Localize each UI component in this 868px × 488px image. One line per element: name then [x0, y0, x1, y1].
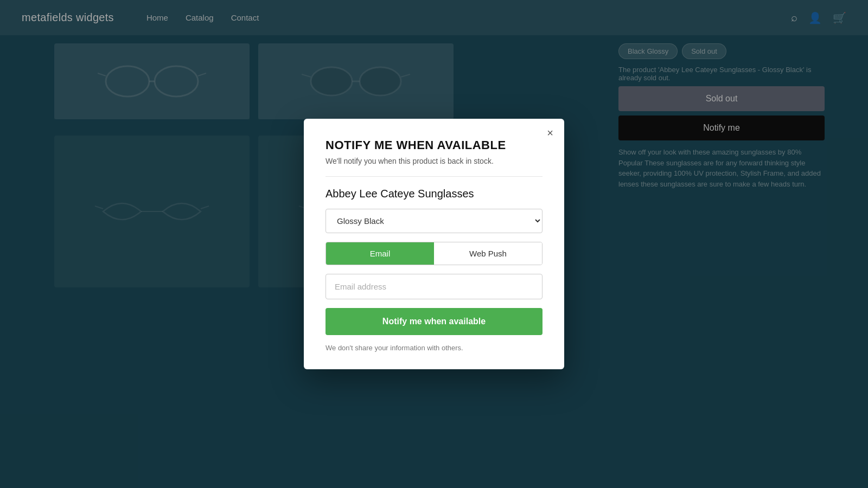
notification-type-tabs: Email Web Push — [326, 242, 542, 265]
variant-select[interactable]: Glossy Black Black Matte Tortoise Shell — [326, 209, 542, 233]
modal-product-name: Abbey Lee Cateye Sunglasses — [326, 188, 542, 200]
modal-subtitle: We'll notify you when this product is ba… — [326, 157, 542, 165]
tab-email[interactable]: Email — [326, 242, 434, 265]
close-button[interactable]: × — [547, 127, 553, 138]
notify-when-available-button[interactable]: Notify me when available — [326, 308, 542, 335]
email-input[interactable] — [326, 274, 542, 299]
notify-modal: × NOTIFY ME WHEN AVAILABLE We'll notify … — [304, 119, 564, 369]
privacy-note: We don't share your information with oth… — [326, 344, 542, 352]
modal-overlay[interactable]: × NOTIFY ME WHEN AVAILABLE We'll notify … — [0, 0, 868, 488]
tab-webpush[interactable]: Web Push — [434, 242, 542, 265]
modal-title: NOTIFY ME WHEN AVAILABLE — [326, 138, 542, 152]
modal-divider — [326, 176, 542, 177]
